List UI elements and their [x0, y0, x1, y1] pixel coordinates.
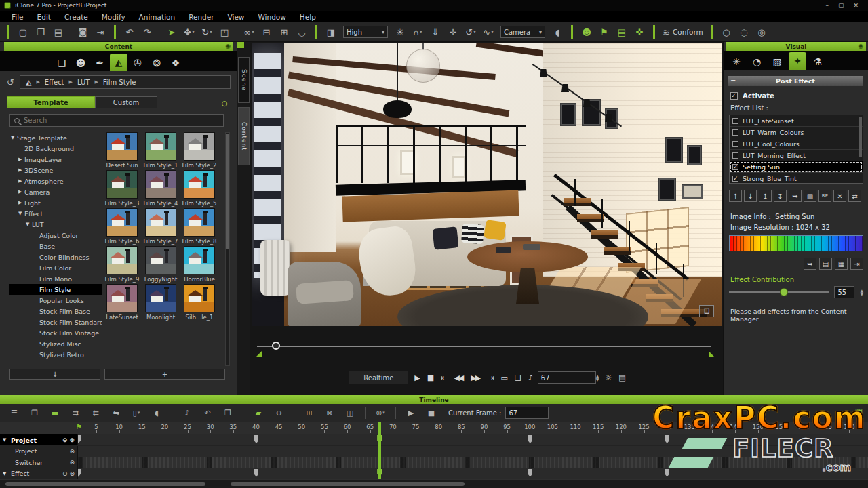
search-box[interactable] — [9, 114, 224, 127]
loop-button[interactable]: ▭ — [500, 373, 506, 382]
keyframe[interactable] — [254, 469, 258, 477]
morph-c-icon[interactable]: ◎ — [755, 24, 768, 39]
tree-item[interactable]: ▶Light — [9, 197, 102, 208]
render-image-icon[interactable]: ◙ — [76, 24, 90, 39]
tab-custom[interactable]: Custom — [95, 96, 157, 108]
content-tab-animation[interactable]: ✇ — [129, 55, 146, 71]
tree-expander-icon[interactable]: ▶ — [18, 167, 24, 173]
current-frame-input[interactable] — [505, 407, 549, 419]
search-input[interactable] — [24, 117, 219, 124]
menu-file[interactable]: File — [5, 12, 30, 22]
thumbnail-item[interactable]: Film Style_5 — [180, 170, 218, 207]
range-marker-left[interactable] — [256, 351, 262, 357]
close-button[interactable]: ✕ — [853, 2, 859, 9]
viewport-comment-icon[interactable]: ❑ — [699, 305, 714, 317]
move-bottom-button[interactable]: ↧ — [774, 190, 787, 202]
menu-render[interactable]: Render — [182, 12, 220, 22]
track-label[interactable]: Project⊗ — [0, 446, 78, 457]
tree-expander-icon[interactable]: ▶ — [18, 200, 24, 205]
tree-item[interactable]: Stylized Retro — [9, 349, 102, 360]
breadcrumb-item[interactable]: LUT — [77, 79, 90, 86]
contribution-input[interactable] — [834, 286, 854, 298]
minimize-button[interactable]: – — [825, 2, 829, 9]
vertical-tab-content[interactable]: Content — [238, 107, 250, 165]
camcorder-icon[interactable]: ◖ — [551, 24, 564, 39]
frame-spinner[interactable]: ▲▼ — [596, 374, 599, 381]
thumbnail-item[interactable]: Film Style_9 — [103, 246, 141, 283]
tree-item[interactable]: ▶3DScene — [9, 165, 102, 176]
timeline-ruler[interactable]: 5101520253035404550556065707580859095100… — [0, 422, 868, 434]
breadcrumb-item[interactable]: Film Style — [103, 79, 136, 86]
gear-button[interactable]: ☼ — [605, 373, 610, 382]
thumbnail-item[interactable]: Film Style_4 — [142, 170, 180, 207]
redo-icon[interactable]: ↷ — [140, 24, 154, 39]
save-project-icon[interactable]: ▤ — [52, 24, 65, 39]
tree-expander-icon[interactable]: ▼ — [11, 135, 17, 140]
audio-button[interactable]: ♪ — [528, 373, 532, 382]
book-button[interactable]: ❒ — [221, 405, 235, 420]
menu-modify[interactable]: Modify — [96, 12, 132, 22]
range-marker-right[interactable] — [709, 351, 715, 357]
tree-item[interactable]: Stock Film Base — [9, 306, 102, 317]
light-icon[interactable]: ☀ — [393, 24, 407, 39]
morph-a-icon[interactable]: ○ — [719, 24, 733, 39]
conform-button[interactable]: ≋Conform — [663, 27, 703, 37]
tree-expander-icon[interactable]: ▼ — [26, 222, 32, 227]
rename-button[interactable]: RE — [818, 190, 831, 202]
thumbnail-item[interactable]: Film Style_2 — [180, 132, 218, 169]
del-clip-button[interactable]: ⊠ — [323, 405, 336, 420]
effect-list-item[interactable]: LUT_Morning_Effect — [730, 150, 863, 161]
home-icon[interactable]: ⌂▾ — [411, 24, 425, 39]
content-tab-prop[interactable]: ✒ — [91, 55, 108, 71]
breadcrumb-item[interactable]: Effect — [45, 79, 64, 86]
tree-item[interactable]: Base — [9, 241, 102, 251]
import-button[interactable]: ➥ — [789, 190, 802, 202]
replace-button[interactable]: ⇄ — [848, 190, 861, 202]
center-icon[interactable]: ✛ — [446, 24, 460, 39]
morph-b-icon[interactable]: ◌ — [737, 24, 751, 39]
track-close-icon[interactable]: ⊗ — [69, 470, 75, 477]
thumbnail-item[interactable]: Film Style_8 — [180, 208, 218, 245]
grid-scrollbar[interactable] — [225, 132, 230, 366]
lut-import-button[interactable]: ➥ — [804, 258, 816, 270]
tree-item[interactable]: Film Mono — [9, 273, 102, 284]
tree-item[interactable]: ▶Camera — [9, 186, 102, 197]
thumbnail-item[interactable]: Desert Sun — [103, 132, 141, 169]
tracks-button[interactable]: ☰ — [7, 405, 21, 420]
align-up-icon[interactable]: ⊟ — [260, 24, 273, 39]
lut-export-button[interactable]: ⇥ — [850, 258, 863, 270]
content-panel-menu-icon[interactable]: ◉ — [225, 43, 231, 49]
range-button[interactable]: ↔ — [272, 405, 285, 420]
move-down-button[interactable]: ↓ — [744, 190, 757, 202]
track-collapse-icon[interactable]: ⊖ — [62, 470, 68, 477]
tree-expander-icon[interactable]: ▶ — [18, 178, 24, 184]
track-names-scrollbar[interactable] — [5, 482, 205, 486]
tree-item[interactable]: ▶ImageLayer — [9, 154, 102, 165]
effect-list-item[interactable]: Setting Sun — [730, 161, 863, 173]
keyframe[interactable] — [254, 435, 258, 443]
save-button[interactable]: ▤ — [804, 190, 816, 202]
tree-item[interactable]: Film Style — [9, 284, 102, 295]
effect-list-item[interactable]: Strong_Blue_Tint — [730, 173, 863, 184]
undo2-button[interactable]: ↶ — [201, 405, 214, 420]
track-label[interactable]: Switcher⊗ — [0, 457, 78, 468]
tree-item[interactable]: ▼LUT — [9, 219, 102, 230]
stop-button[interactable]: ■ — [427, 373, 433, 382]
contribution-slider-knob[interactable] — [780, 288, 788, 296]
track-close-icon[interactable]: ⊗ — [69, 459, 75, 466]
play-button[interactable]: ▶ — [404, 405, 418, 420]
visual-panel-menu-icon[interactable]: ◉ — [858, 43, 863, 49]
effect-list-scrollbar[interactable] — [859, 117, 862, 157]
tree-item[interactable]: Adjust Color — [9, 230, 102, 241]
effect-checkbox[interactable] — [732, 152, 738, 159]
thumbnail-item[interactable]: Film Style_6 — [103, 208, 141, 245]
post-effect-section-header[interactable]: − Post Effect — [728, 76, 863, 86]
add-content-button[interactable]: + — [104, 369, 225, 380]
thumbnail-item[interactable]: FoggyNight — [142, 246, 180, 283]
rewind-button[interactable]: ◀◀ — [454, 373, 462, 382]
menu-help[interactable]: Help — [294, 12, 322, 22]
tree-item[interactable]: Stock Film Standard — [9, 317, 102, 327]
menu-animation[interactable]: Animation — [133, 12, 182, 22]
preview-character-icon[interactable]: ☻ — [580, 24, 593, 39]
keyframe[interactable] — [528, 435, 532, 443]
